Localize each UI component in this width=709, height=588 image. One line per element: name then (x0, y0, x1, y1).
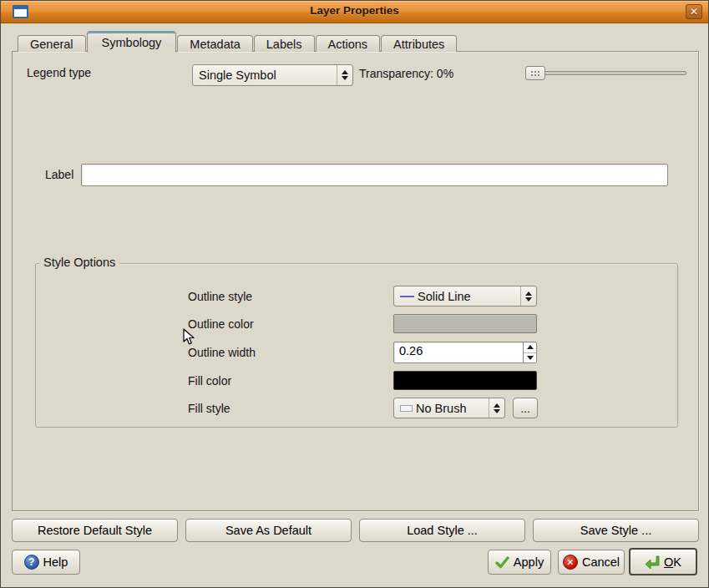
window-title: Layer Properties (1, 4, 708, 17)
tab-labels-label: Labels (266, 38, 302, 51)
apply-label: Apply (514, 555, 544, 569)
style-options-groupbox: Style Options Outline style Solid Line O… (35, 263, 678, 428)
tab-metadata-label: Metadata (190, 38, 240, 51)
outline-width-value: 0.26 (394, 342, 523, 362)
outline-width-label: Outline width (188, 346, 256, 359)
outline-style-value: Solid Line (418, 290, 471, 303)
save-as-default-label: Save As Default (225, 524, 311, 537)
tab-actions[interactable]: Actions (316, 35, 381, 52)
symbology-panel: Legend type Single Symbol Transparency: … (12, 51, 699, 511)
no-brush-icon (400, 405, 413, 412)
apply-check-icon (495, 556, 509, 569)
ok-button[interactable]: OK (629, 548, 697, 575)
save-style-label: Save Style ... (580, 524, 651, 537)
combo-arrows-icon (489, 398, 504, 418)
tab-general[interactable]: General (18, 35, 86, 52)
cancel-label: Cancel (582, 555, 620, 569)
label-field-label: Label (45, 168, 73, 181)
spinbox-steppers[interactable] (523, 342, 536, 362)
ok-enter-arrow-icon (645, 555, 660, 569)
ok-label: OK (664, 555, 681, 569)
tab-attributes[interactable]: Attributes (381, 35, 457, 52)
fill-style-label: Fill style (188, 402, 230, 415)
tab-labels[interactable]: Labels (254, 35, 315, 52)
fill-style-more-button[interactable]: ... (513, 398, 538, 418)
tab-attributes-label: Attributes (393, 38, 444, 51)
dialog-action-row: ? Help Apply ✕ Cancel OK (1, 548, 709, 578)
load-style-label: Load Style ... (407, 524, 478, 537)
outline-color-button[interactable] (393, 314, 537, 333)
layer-properties-dialog: Layer Properties ✕ General Symbology Met… (0, 0, 709, 588)
help-button[interactable]: ? Help (12, 550, 80, 575)
solid-line-icon (400, 296, 414, 297)
legend-type-value: Single Symbol (199, 68, 276, 82)
tab-symbology[interactable]: Symbology (87, 31, 177, 53)
slider-handle[interactable] (525, 66, 545, 80)
combo-arrows-icon (337, 65, 352, 85)
fill-color-button[interactable] (393, 371, 537, 390)
legend-type-combobox[interactable]: Single Symbol (192, 64, 353, 86)
legend-type-label: Legend type (27, 66, 91, 79)
save-as-default-button[interactable]: Save As Default (185, 519, 352, 542)
apply-button[interactable]: Apply (488, 550, 551, 575)
tab-symbology-label: Symbology (102, 36, 162, 49)
combo-arrows-icon (520, 286, 536, 306)
load-style-button[interactable]: Load Style ... (359, 519, 525, 542)
cancel-button[interactable]: ✕ Cancel (558, 550, 625, 575)
slider-groove (527, 71, 686, 75)
spin-down-icon[interactable] (524, 353, 536, 363)
outline-width-spinbox[interactable]: 0.26 (393, 342, 537, 363)
tab-actions-label: Actions (328, 38, 368, 51)
save-style-button[interactable]: Save Style ... (533, 519, 699, 542)
outline-style-combobox[interactable]: Solid Line (393, 286, 537, 307)
cancel-x-icon: ✕ (563, 555, 578, 570)
restore-default-style-label: Restore Default Style (38, 524, 152, 537)
help-icon: ? (24, 555, 39, 570)
tab-metadata[interactable]: Metadata (177, 35, 252, 52)
label-input[interactable] (81, 164, 668, 186)
outline-color-label: Outline color (188, 317, 254, 331)
outline-style-label: Outline style (188, 290, 252, 303)
fill-color-label: Fill color (188, 374, 231, 388)
fill-style-value: No Brush (416, 402, 466, 415)
titlebar[interactable]: Layer Properties ✕ (1, 1, 708, 23)
transparency-label: Transparency: 0% (359, 67, 453, 80)
fill-style-more-label: ... (520, 402, 530, 415)
style-options-title: Style Options (39, 256, 119, 269)
tab-bar: General Symbology Metadata Labels Action… (18, 30, 458, 52)
tab-general-label: General (30, 38, 73, 51)
help-label: Help (43, 555, 68, 569)
transparency-slider[interactable] (525, 66, 686, 80)
spin-up-icon[interactable] (524, 342, 536, 353)
fill-style-combobox[interactable]: No Brush (393, 398, 505, 418)
close-icon[interactable]: ✕ (686, 4, 702, 19)
style-buttons-row: Restore Default Style Save As Default Lo… (12, 519, 699, 542)
restore-default-style-button[interactable]: Restore Default Style (12, 519, 178, 542)
